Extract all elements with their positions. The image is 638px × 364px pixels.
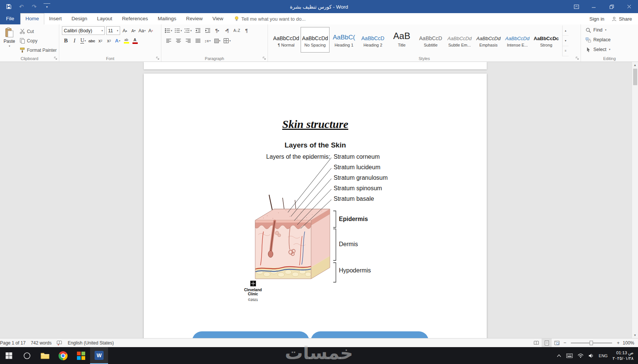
styles-scroll-up-button[interactable]: ▴ (563, 26, 569, 36)
search-button[interactable] (18, 347, 36, 364)
shading-button[interactable]: ▾ (213, 36, 222, 45)
page-indicator[interactable]: Page 1 of 17 (0, 338, 28, 347)
underline-button[interactable]: U▾ (79, 36, 87, 45)
font-family-combobox[interactable]: Calibri (Body) ▾ (62, 26, 105, 35)
find-button[interactable]: Find▾ (582, 25, 637, 35)
tell-me-box[interactable]: Tell me what you want to do... (234, 13, 305, 24)
language-indicator[interactable]: English (United States) (65, 338, 116, 347)
start-button[interactable] (0, 347, 18, 364)
align-left-button[interactable] (164, 36, 173, 45)
paste-button[interactable]: Paste ▾ (1, 26, 18, 55)
highlight-color-button[interactable]: ab (122, 36, 130, 45)
shrink-font-button[interactable]: A▾ (129, 26, 137, 35)
style-card-subtitle[interactable]: AaBbCcDSubtitle (416, 27, 445, 53)
blue-banner-left[interactable] (192, 331, 309, 338)
align-right-button[interactable] (184, 36, 193, 45)
document-heading[interactable]: Skin structure (144, 118, 487, 131)
show-paragraph-marks-button[interactable]: ¶ (242, 26, 251, 35)
file-explorer-button[interactable] (36, 347, 54, 364)
read-mode-button[interactable] (531, 338, 542, 347)
undo-button[interactable]: ↶ (18, 3, 25, 10)
sort-button[interactable]: A↓Z (232, 26, 241, 35)
tab-design[interactable]: Design (67, 13, 92, 24)
previous-page-edge[interactable] (144, 62, 487, 69)
tab-file[interactable]: File (0, 13, 20, 24)
numbering-button[interactable]: ▾ (174, 26, 183, 35)
style-card-title[interactable]: AaBTitle (387, 27, 416, 53)
styles-gallery-more-button[interactable]: ≡ (563, 46, 569, 56)
print-layout-button[interactable] (542, 338, 552, 347)
vertical-scrollbar[interactable]: ▲ ▼ (632, 62, 638, 338)
select-button[interactable]: Select▾ (582, 45, 637, 54)
style-card-heading2[interactable]: AaBbCcDHeading 2 (358, 27, 387, 53)
copy-button[interactable]: Copy (18, 36, 58, 45)
word-count[interactable]: 742 words (28, 338, 54, 347)
word-taskbar-button[interactable]: W (90, 347, 108, 364)
grow-font-button[interactable]: A▴ (121, 26, 129, 35)
hidden-icons-chevron[interactable] (557, 354, 561, 357)
ribbon-display-options-button[interactable] (567, 0, 585, 13)
change-case-button[interactable]: Aa▾ (138, 26, 146, 35)
zoom-slider[interactable] (571, 343, 612, 343)
justify-button[interactable] (193, 36, 202, 45)
tab-review[interactable]: Review (181, 13, 208, 24)
ltr-text-direction-button[interactable]: ¶▸ (213, 26, 222, 35)
tab-mailings[interactable]: Mailings (153, 13, 181, 24)
media-app-button[interactable] (72, 347, 90, 364)
zoom-in-button[interactable]: + (615, 340, 621, 346)
web-layout-button[interactable] (552, 338, 562, 347)
zoom-out-button[interactable]: − (562, 340, 568, 346)
font-size-combobox[interactable]: 11 ▾ (106, 26, 120, 35)
input-language-indicator[interactable]: ENG (599, 353, 608, 358)
blue-banner-right[interactable] (311, 331, 429, 338)
increase-indent-button[interactable] (203, 26, 212, 35)
bold-button[interactable]: B (62, 36, 70, 45)
tab-view[interactable]: View (208, 13, 228, 24)
style-card-intense-emphasis[interactable]: AaBbCcDdIntense E... (503, 27, 532, 53)
cut-button[interactable]: Cut (18, 27, 58, 36)
decrease-indent-button[interactable] (193, 26, 202, 35)
strikethrough-button[interactable]: abc (88, 36, 96, 45)
multilevel-list-button[interactable]: ▾ (184, 26, 193, 35)
font-color-button[interactable]: A (131, 36, 139, 45)
rtl-text-direction-button[interactable]: ◂¶ (223, 26, 232, 35)
scroll-up-arrow[interactable]: ▲ (632, 62, 638, 68)
touch-keyboard-icon[interactable] (566, 353, 573, 358)
zoom-slider-thumb[interactable] (590, 341, 593, 345)
zoom-level[interactable]: 100% (621, 340, 638, 346)
text-effects-button[interactable]: A▾ (114, 36, 122, 45)
scrollbar-thumb[interactable] (633, 69, 637, 85)
bullets-button[interactable]: ▾ (164, 26, 173, 35)
wifi-icon[interactable] (578, 353, 584, 358)
save-button[interactable] (5, 3, 12, 10)
style-card-no-spacing[interactable]: AaBbCcDdNo Spacing (301, 27, 330, 53)
italic-button[interactable]: I (71, 36, 78, 45)
restore-button[interactable] (603, 0, 620, 13)
tab-insert[interactable]: Insert (44, 13, 67, 24)
customize-quick-access-button[interactable]: ▾ (44, 3, 50, 10)
style-card-strong[interactable]: AaBbCcDcStrong (532, 27, 561, 53)
tab-references[interactable]: References (117, 13, 153, 24)
line-spacing-button[interactable]: ↕≡▾ (203, 36, 212, 45)
style-card-emphasis[interactable]: AaBbCcDdEmphasis (474, 27, 503, 53)
superscript-button[interactable]: x2 (105, 36, 113, 45)
tab-layout[interactable]: Layout (92, 13, 117, 24)
scroll-down-arrow[interactable]: ▼ (632, 332, 638, 338)
styles-scroll-down-button[interactable]: ▾ (563, 36, 569, 46)
style-card-subtle-emphasis[interactable]: AaBbCcDdSubtle Em... (445, 27, 474, 53)
sign-in-link[interactable]: Sign in (590, 16, 605, 22)
chrome-button[interactable] (54, 347, 72, 364)
replace-button[interactable]: Replace (582, 35, 637, 45)
close-button[interactable] (620, 0, 638, 13)
taskbar-clock[interactable]: 01:13 ص ٢٠٢٥/٠١/٢٨ (612, 350, 633, 361)
document-page[interactable]: Skin structure Layers of the Skin Layers… (144, 74, 487, 338)
tab-home[interactable]: Home (20, 13, 44, 24)
volume-icon[interactable] (588, 353, 594, 358)
proofing-status[interactable] (54, 338, 65, 347)
share-button[interactable]: Share (612, 16, 632, 22)
borders-button[interactable]: ▾ (223, 36, 232, 45)
style-card-heading1[interactable]: AaBbC(Heading 1 (330, 27, 358, 53)
format-painter-button[interactable]: Format Painter (18, 45, 58, 55)
subscript-button[interactable]: x2 (96, 36, 104, 45)
clear-formatting-button[interactable]: Ax (147, 26, 155, 35)
